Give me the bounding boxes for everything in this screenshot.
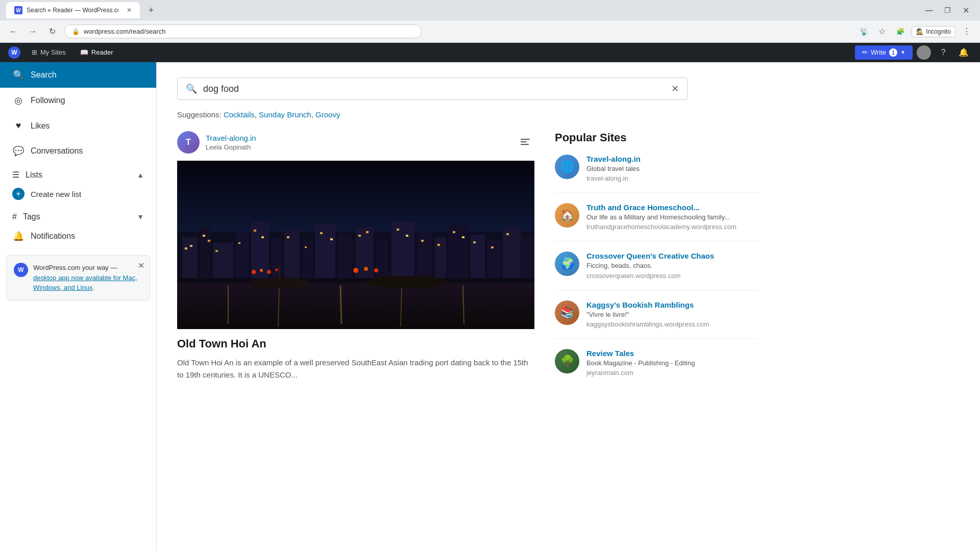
post-menu-button[interactable]	[516, 133, 534, 152]
svg-rect-25	[185, 247, 187, 249]
active-browser-tab[interactable]: W Search « Reader — WordPress.co... ✕	[6, 2, 140, 18]
post-title[interactable]: Old Town Hoi An	[177, 337, 534, 350]
close-window-button[interactable]: ✕	[958, 2, 974, 18]
new-tab-button[interactable]: +	[144, 3, 158, 17]
site-desc-2: Our life as a Military and Homeschooling…	[586, 213, 737, 222]
svg-rect-11	[284, 230, 300, 283]
back-button[interactable]: ←	[6, 24, 20, 39]
svg-rect-24	[522, 237, 534, 283]
house-icon: 🏠	[560, 209, 574, 222]
write-label: Write	[871, 48, 886, 56]
svg-rect-5	[182, 237, 198, 283]
security-icon: 🔒	[72, 28, 80, 35]
site-name-1[interactable]: Travel-along.in	[586, 155, 641, 163]
help-button[interactable]: ?	[935, 44, 951, 61]
close-tab-button[interactable]: ✕	[127, 7, 132, 14]
my-sites-label: My Sites	[40, 48, 66, 56]
user-avatar[interactable]	[917, 45, 931, 60]
site-desc-5: Book Magazine - Publishing - Editing	[586, 359, 695, 368]
site-name-5[interactable]: Review Tales	[586, 349, 695, 358]
popular-site-5: 🌳 Review Tales Book Magazine - Publishin…	[555, 349, 759, 387]
wp-logo[interactable]: W	[8, 46, 20, 59]
sidebar-section-lists[interactable]: ☰ Lists ▲	[0, 164, 156, 182]
search-input[interactable]	[203, 84, 665, 94]
site-name-2[interactable]: Truth and Grace Homeschool...	[586, 203, 737, 212]
site-name-3[interactable]: Crossover Queen's Creative Chaos	[586, 252, 714, 260]
svg-rect-17	[391, 222, 414, 283]
bookmark-icon[interactable]: ☆	[875, 24, 889, 39]
post-featured-image	[177, 161, 534, 329]
svg-rect-1	[521, 141, 527, 142]
svg-rect-19	[435, 237, 446, 283]
tags-chevron-icon: ▼	[137, 213, 144, 221]
sidebar-following-label: Following	[31, 96, 65, 105]
author-subtitle: Leela Gopinath	[206, 143, 256, 151]
banner-title: WordPress.com your way —	[33, 264, 117, 271]
sidebar-item-conversations[interactable]: 💬 Conversations	[0, 138, 156, 164]
svg-rect-8	[236, 232, 249, 283]
minimize-button[interactable]: ─	[921, 2, 937, 18]
suggestion-sunday-brunch[interactable]: Sunday Brunch	[259, 110, 311, 119]
svg-rect-42	[437, 244, 440, 246]
plus-icon: +	[12, 188, 24, 200]
site-name-4[interactable]: Kaggsy's Bookish Ramblings	[586, 300, 709, 309]
post-excerpt: Old Town Hoi An is an example of a well …	[177, 357, 534, 381]
banner-wp-logo: W	[14, 263, 28, 277]
svg-rect-58	[376, 276, 427, 283]
site-desc-1: Global travel tales	[586, 164, 641, 173]
svg-rect-2	[521, 144, 529, 145]
cast-icon[interactable]: 📡	[856, 24, 871, 39]
svg-point-66	[374, 268, 378, 272]
notifications-bell[interactable]: 🔔	[955, 44, 972, 61]
sidebar-item-following[interactable]: ◎ Following	[0, 88, 156, 113]
sidebar-item-search[interactable]: 🔍 Search	[0, 62, 156, 88]
main-content: 🔍 ✕ Suggestions: Cocktails, Sunday Brunc…	[157, 62, 980, 551]
banner-link[interactable]: desktop app now available for Mac, Windo…	[33, 274, 137, 292]
clear-search-button[interactable]: ✕	[671, 83, 679, 94]
desktop-app-banner: ✕ W WordPress.com your way — desktop app…	[6, 255, 150, 300]
globe-icon: 🌐	[560, 160, 574, 173]
svg-rect-43	[453, 231, 455, 233]
reader-nav[interactable]: 📖 Reader	[73, 45, 120, 59]
svg-rect-28	[208, 240, 210, 242]
author-name[interactable]: Travel-along.in	[206, 134, 256, 142]
address-bar[interactable]: 🔒	[64, 24, 422, 38]
maximize-button[interactable]: ❐	[939, 2, 955, 18]
url-input[interactable]	[84, 28, 414, 35]
likes-icon: ♥	[12, 120, 24, 131]
refresh-button[interactable]: ↻	[45, 24, 59, 39]
svg-rect-10	[272, 237, 282, 283]
sidebar-section-tags[interactable]: # Tags ▼	[0, 206, 156, 223]
write-button[interactable]: ✏ Write 1 ▼	[855, 45, 913, 60]
svg-rect-44	[462, 236, 464, 238]
svg-rect-13	[315, 224, 335, 283]
suggestion-groovy[interactable]: Groovy	[315, 110, 340, 119]
search-box[interactable]: 🔍 ✕	[177, 78, 688, 100]
wp-topbar: W ⊞ My Sites 📖 Reader ✏ Write 1 ▼ ? 🔔	[0, 43, 980, 62]
site-avatar-1: 🌐	[555, 155, 579, 179]
menu-icon[interactable]: ⋮	[960, 24, 974, 39]
create-new-list-button[interactable]: + Create new list	[0, 182, 156, 206]
sidebar: 🔍 Search ◎ Following ♥ Likes 💬 Conversat…	[0, 62, 157, 551]
svg-rect-49	[177, 283, 534, 329]
popular-site-1: 🌐 Travel-along.in Global travel tales tr…	[555, 155, 759, 193]
svg-rect-7	[213, 242, 233, 283]
suggestion-cocktails[interactable]: Cocktails	[224, 110, 255, 119]
site-url-4: kaggsysbookishramblings.wordpress.com	[586, 320, 709, 328]
create-list-label: Create new list	[31, 190, 81, 198]
svg-rect-20	[449, 224, 468, 283]
forward-button[interactable]: →	[26, 24, 40, 39]
sidebar-item-notifications[interactable]: 🔔 Notifications	[0, 223, 156, 249]
tab-title: Search « Reader — WordPress.co...	[27, 7, 118, 14]
search-box-icon: 🔍	[186, 83, 197, 94]
svg-rect-46	[491, 246, 494, 248]
close-banner-button[interactable]: ✕	[138, 261, 144, 270]
site-avatar-3: 🌍	[555, 252, 579, 276]
extensions-icon[interactable]: 🧩	[893, 24, 908, 39]
sidebar-item-likes[interactable]: ♥ Likes	[0, 113, 156, 138]
reader-label: Reader	[91, 48, 113, 56]
site-url-5: jeyranmain.com	[586, 369, 695, 377]
search-icon: 🔍	[12, 69, 24, 81]
svg-rect-35	[320, 232, 323, 234]
my-sites-nav[interactable]: ⊞ My Sites	[24, 45, 73, 59]
